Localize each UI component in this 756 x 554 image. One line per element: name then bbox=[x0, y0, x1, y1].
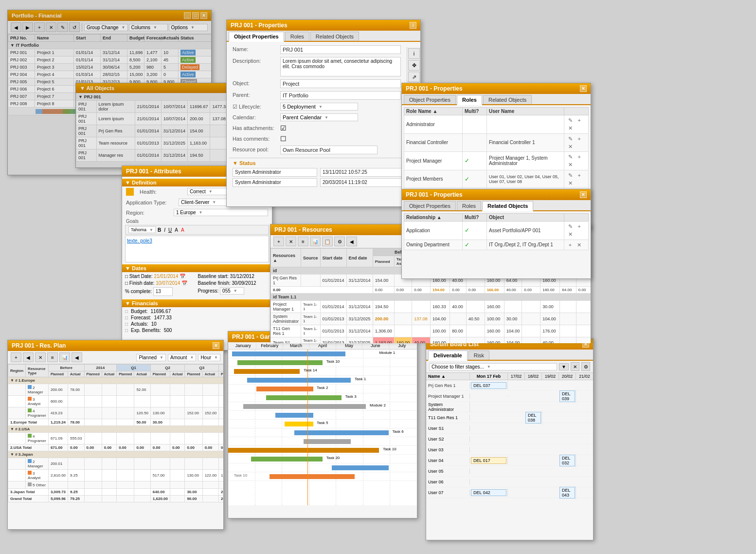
calendar-dropdown[interactable]: Parent Calendar bbox=[280, 113, 358, 121]
table-row[interactable]: PRJ 004Project 401/03/1428/02/15 15,0003… bbox=[8, 71, 212, 78]
region-dropdown[interactable]: 1 Europe bbox=[174, 209, 268, 216]
table-row[interactable]: PRJ 001Project 101/01/1431/12/14 11,6961… bbox=[8, 49, 212, 56]
toolbar-btn-1[interactable]: ◀ bbox=[11, 22, 21, 32]
rp-hour-dropdown[interactable]: Hour bbox=[198, 354, 220, 361]
related-row-app[interactable]: Application ✓ Asset Portfolio/APP 001 ✎ … bbox=[404, 222, 589, 240]
view-dropdown[interactable]: Group Change bbox=[84, 24, 128, 31]
tab-obj-props-related[interactable]: Object Properties bbox=[404, 201, 456, 210]
toolbar-btn-3[interactable]: + bbox=[34, 22, 45, 32]
res-btn-3[interactable]: ≡ bbox=[298, 237, 308, 246]
font-color-btn[interactable]: A bbox=[180, 227, 185, 233]
properties-main-controls[interactable]: i bbox=[410, 22, 416, 29]
scrum-del-039[interactable]: DEL 039 bbox=[559, 390, 575, 402]
goals-link[interactable]: texte. pole3 bbox=[127, 238, 152, 243]
table-row[interactable]: PRJ 001Lorem ipsum dolor21/01/201410/07/… bbox=[76, 101, 231, 113]
percent-value[interactable]: 13 bbox=[153, 287, 173, 296]
fin-ctrl-edit[interactable]: ✎ bbox=[566, 135, 574, 143]
related-close-btn[interactable]: ✕ bbox=[580, 191, 587, 198]
rp-btn2[interactable]: ◀ bbox=[23, 352, 34, 362]
tab-related-objects-roles[interactable]: Related Objects bbox=[483, 95, 532, 104]
attachments-checkbox[interactable]: ☑ bbox=[280, 124, 287, 132]
toolbar-btn-2[interactable]: ▶ bbox=[22, 22, 33, 32]
rp-btn5[interactable]: 📊 bbox=[59, 352, 70, 362]
rp-btn4[interactable]: ≡ bbox=[47, 352, 58, 362]
close-btn[interactable]: ✕ bbox=[200, 12, 207, 19]
lifecycle-dropdown[interactable]: 5 Deployment bbox=[280, 103, 358, 111]
res-row-teams1[interactable]: Team S1Team 1-131/01/201331/12/2025 1,16… bbox=[271, 337, 591, 344]
rel-dept-del[interactable]: ✕ bbox=[576, 241, 583, 249]
res-btn-4[interactable]: 📊 bbox=[310, 237, 321, 246]
pm-add[interactable]: + bbox=[576, 153, 583, 161]
scrum-del-038[interactable]: DEL 038 bbox=[525, 412, 541, 424]
tab-risk[interactable]: Risk bbox=[468, 351, 489, 360]
scrum-del-042[interactable]: DEL 042 bbox=[471, 489, 506, 496]
pm-del[interactable]: ✕ bbox=[566, 161, 574, 169]
goals-textarea[interactable]: texte. pole3 bbox=[125, 236, 269, 262]
font-dropdown[interactable]: Tahoma bbox=[128, 226, 156, 233]
role-row-fin-ctrl[interactable]: Financial Controller Financial Controlle… bbox=[404, 133, 589, 152]
res-btn-1[interactable]: + bbox=[273, 237, 284, 246]
progress-dropdown[interactable]: 055 bbox=[220, 287, 244, 295]
res-plan-close[interactable]: ✕ bbox=[213, 342, 219, 349]
res-btn-2[interactable]: ✕ bbox=[286, 237, 296, 246]
pm-edit[interactable]: ✎ bbox=[566, 153, 574, 161]
tab-obj-props-roles[interactable]: Object Properties bbox=[404, 95, 456, 104]
rp-row-4prog-usa[interactable]: 4 Programer 671.09555.03 555.00 bbox=[8, 433, 224, 444]
rp-btn3[interactable]: ✕ bbox=[35, 352, 46, 362]
comments-checkbox[interactable]: ☐ bbox=[280, 135, 287, 143]
members-del[interactable]: ✕ bbox=[566, 179, 574, 187]
res-plan-controls[interactable]: ✕ bbox=[213, 342, 219, 349]
filter-dropdown[interactable]: Options bbox=[169, 24, 208, 31]
info-icon-btn[interactable]: i bbox=[408, 48, 420, 59]
fin-ctrl-del[interactable]: ✕ bbox=[566, 143, 574, 150]
admin-edit-icon[interactable]: ✎ bbox=[566, 117, 574, 125]
properties-roles-controls[interactable]: ✕ bbox=[580, 85, 587, 92]
description-value[interactable]: Lorem ipsum dolor sit amet, consectetur … bbox=[280, 57, 401, 76]
rp-planned-dropdown[interactable]: Planned bbox=[136, 354, 166, 361]
rp-row-4programer[interactable]: 4 Programer 419.23 120.50130.00152.00152… bbox=[8, 407, 224, 419]
table-row[interactable]: PRJ 001Prj Gen Res01/01/201431/12/201415… bbox=[76, 125, 231, 137]
tab-roles[interactable]: Roles bbox=[285, 32, 309, 41]
name-value[interactable]: PRJ 001 bbox=[280, 45, 401, 54]
italic-btn[interactable]: I bbox=[163, 227, 166, 233]
table-row[interactable]: PRJ 002Project 201/01/1431/12/14 8,5002,… bbox=[8, 56, 212, 64]
share-icon-btn[interactable]: ⇗ bbox=[408, 72, 420, 82]
scrum-del-043[interactable]: DEL 043 bbox=[559, 487, 575, 499]
window-controls[interactable]: _ □ ✕ bbox=[184, 12, 207, 19]
font-size-btn[interactable]: A bbox=[174, 227, 179, 233]
rel-app-edit[interactable]: ✎ bbox=[566, 223, 574, 231]
role-row-members[interactable]: Project Members ✓ User 01, User 02, User… bbox=[404, 170, 589, 188]
tab-roles-active[interactable]: Roles bbox=[457, 95, 482, 105]
res-row-pm1[interactable]: Project Manager 1Team 1-101/01/201431/12… bbox=[271, 301, 591, 313]
rp-row-3analyst-jp[interactable]: 3 Analyst 2,810.009.25 517.00130.00122.0… bbox=[8, 470, 224, 481]
tab-related-active[interactable]: Related Objects bbox=[482, 201, 533, 211]
res-row-t11gen[interactable]: T11 Gen Res 1Team 1-101/01/201331/12/201… bbox=[271, 325, 591, 337]
res-row-sysadmin[interactable]: System AdministratorTeam 1-101/01/201331… bbox=[271, 313, 591, 325]
rp-row-3analyst[interactable]: 3 Analyst 600.00 bbox=[8, 396, 224, 407]
toolbar-btn-4[interactable]: ✕ bbox=[46, 22, 56, 32]
rp-row-2manager-jp[interactable]: 2 Manager 200.01 bbox=[8, 458, 224, 470]
toolbar-btn-5[interactable]: ✎ bbox=[57, 22, 68, 32]
rel-dept-add[interactable]: + bbox=[566, 241, 574, 249]
table-row[interactable]: PRJ 003Project 315/02/1430/06/14 5,20098… bbox=[8, 64, 212, 71]
fin-ctrl-add[interactable]: + bbox=[576, 135, 583, 143]
rp-btn6[interactable]: ◀ bbox=[72, 352, 82, 362]
finish-date-icon[interactable]: 📅 bbox=[181, 280, 187, 286]
tab-related-objects-1[interactable]: Related Objects bbox=[310, 32, 359, 41]
table-row[interactable]: PRJ 001Manager res01/01/201431/12/201419… bbox=[76, 149, 231, 162]
related-row-dept[interactable]: Owning Department ✓ IT Org./Dept 2, IT O… bbox=[404, 240, 589, 250]
admin-add-icon[interactable]: + bbox=[576, 116, 583, 124]
res-btn-5[interactable]: 📋 bbox=[322, 237, 333, 246]
rel-app-add[interactable]: + bbox=[576, 222, 583, 230]
table-row[interactable]: PRJ 001Lorem ipsum21/01/201410/07/201420… bbox=[76, 113, 231, 125]
rp-amount-dropdown[interactable]: Amount bbox=[168, 354, 196, 361]
scrum-tb-1[interactable]: ✕ bbox=[571, 362, 579, 371]
scrum-tb-2[interactable]: ⚙ bbox=[581, 362, 590, 371]
column-dropdown[interactable]: Columns bbox=[129, 24, 168, 31]
admin-del-icon[interactable]: ✕ bbox=[566, 125, 574, 132]
start-date-icon[interactable]: 📅 bbox=[180, 274, 185, 279]
move-icon-btn[interactable]: ✥ bbox=[408, 60, 420, 71]
resource-pool-value[interactable]: Own Resource Pool bbox=[280, 146, 378, 154]
bold-btn[interactable]: B bbox=[157, 227, 162, 233]
minimize-btn[interactable]: _ bbox=[184, 12, 191, 19]
